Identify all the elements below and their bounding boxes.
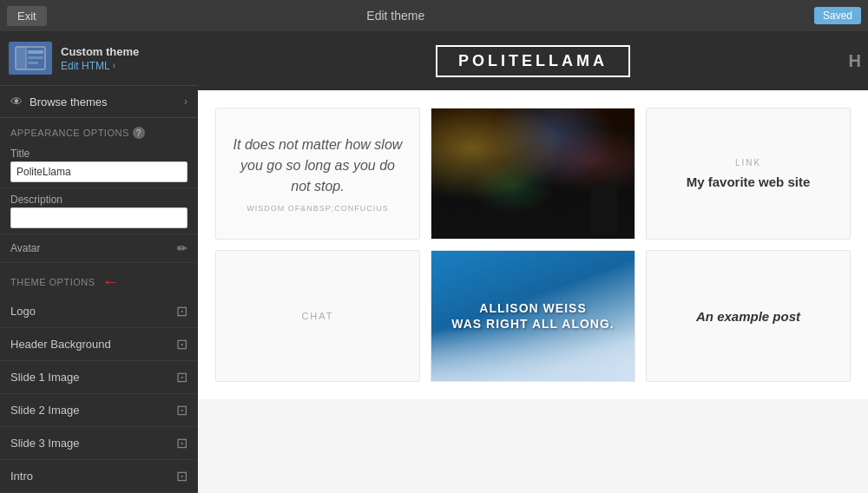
avatar-label: Avatar	[10, 242, 40, 254]
quote-source: WISDOM OF&NBSP;CONFUCIUS	[247, 204, 389, 213]
svg-rect-5	[28, 62, 38, 64]
avatar-field: Avatar ✏	[0, 234, 198, 263]
theme-options-label: THEME OPTIONS	[10, 277, 95, 287]
svg-rect-4	[28, 56, 43, 59]
option-slide2[interactable]: Slide 2 Image ⊡	[0, 394, 198, 427]
appearance-options-header: APPEARANCE OPTIONS ?	[0, 118, 198, 142]
topbar-title: Edit theme	[54, 9, 738, 23]
upload-icon-slide3: ⊡	[176, 435, 187, 451]
post-example[interactable]: An example post	[646, 250, 851, 382]
browse-themes-label: Browse themes	[30, 95, 177, 108]
option-header-background[interactable]: Header Background ⊡	[0, 328, 198, 361]
browse-themes[interactable]: 👁 Browse themes ›	[0, 86, 198, 118]
upload-icon-logo: ⊡	[176, 303, 187, 319]
svg-rect-1	[16, 47, 26, 69]
svg-rect-3	[28, 50, 43, 54]
quote-text: It does not matter how slow you go so lo…	[230, 135, 405, 197]
post-photo[interactable]	[431, 108, 635, 240]
content-area: POLITELLAMA H It does not matter how slo…	[198, 31, 868, 493]
upload-icon-slide2: ⊡	[176, 402, 187, 418]
title-field: Title	[0, 142, 198, 188]
edit-pencil-icon[interactable]: ✏	[177, 241, 187, 255]
edit-html-link[interactable]: Edit HTML ›	[61, 60, 189, 72]
red-arrow-icon: ←	[102, 272, 121, 292]
post-quote[interactable]: It does not matter how slow you go so lo…	[215, 108, 420, 240]
sidebar: Custom theme Edit HTML › 👁 Browse themes…	[0, 31, 198, 493]
allison-text: ALLISON WEISSWAS RIGHT ALL ALONG.	[441, 290, 624, 342]
link-title: My favorite web site	[687, 174, 811, 189]
eye-icon: 👁	[10, 95, 23, 108]
posts-grid: It does not matter how slow you go so lo…	[198, 90, 868, 399]
allison-bg: ALLISON WEISSWAS RIGHT ALL ALONG.	[431, 251, 635, 381]
description-field: Description	[0, 188, 198, 234]
exit-button[interactable]: Exit	[7, 6, 47, 26]
option-slide3[interactable]: Slide 3 Image ⊡	[0, 427, 198, 460]
post-chat[interactable]: CHAT	[215, 250, 420, 382]
option-slide1[interactable]: Slide 1 Image ⊡	[0, 361, 198, 394]
title-label: Title	[10, 148, 187, 160]
link-label: LINK	[735, 158, 761, 168]
browse-arrow-icon: ›	[184, 95, 187, 108]
help-icon[interactable]: ?	[133, 127, 145, 139]
option-intro[interactable]: Intro ⊡	[0, 460, 198, 493]
custom-theme-section[interactable]: Custom theme Edit HTML ›	[0, 31, 198, 86]
saved-badge: Saved	[814, 7, 861, 24]
city-person	[591, 182, 617, 234]
post-link[interactable]: LINK My favorite web site	[646, 108, 851, 240]
upload-icon-slide1: ⊡	[176, 369, 187, 385]
upload-icon-header-bg: ⊡	[176, 336, 187, 352]
custom-theme-info: Custom theme Edit HTML ›	[61, 45, 189, 72]
title-input[interactable]	[10, 161, 187, 182]
option-logo[interactable]: Logo ⊡	[0, 295, 198, 328]
main-layout: Custom theme Edit HTML › 👁 Browse themes…	[0, 31, 868, 493]
chevron-icon: ›	[113, 61, 115, 70]
theme-options-header: THEME OPTIONS ←	[0, 263, 198, 295]
upload-icon-intro: ⊡	[176, 468, 187, 484]
description-input[interactable]	[10, 207, 187, 228]
theme-icon	[9, 42, 52, 75]
blog-title: POLITELLAMA	[436, 45, 630, 77]
blog-header-more: H	[849, 51, 861, 71]
chat-label: CHAT	[301, 311, 333, 321]
example-title: An example post	[696, 309, 800, 324]
custom-theme-name: Custom theme	[61, 45, 189, 58]
description-label: Description	[10, 194, 187, 206]
city-lights-image	[431, 108, 635, 239]
blog-header: POLITELLAMA H	[198, 31, 868, 90]
post-allison[interactable]: ALLISON WEISSWAS RIGHT ALL ALONG.	[431, 250, 635, 382]
topbar: Exit Edit theme Saved	[0, 0, 868, 31]
